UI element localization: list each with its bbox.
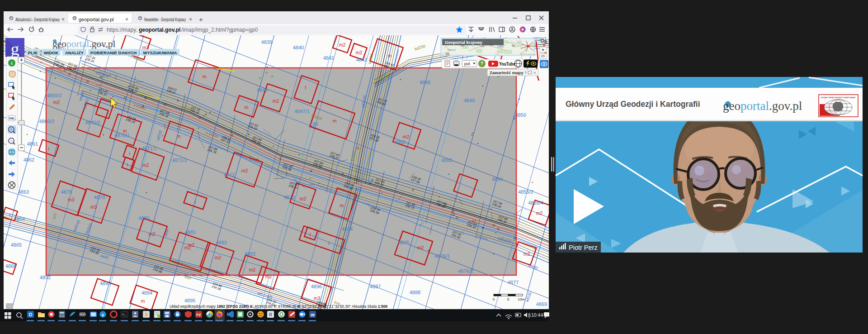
svg-text:4873: 4873 xyxy=(284,195,295,200)
svg-text:m2: m2 xyxy=(265,274,272,279)
svg-text:Q: Q xyxy=(279,311,283,318)
svg-text:m: m xyxy=(333,118,337,124)
svg-text:Siedlce: Siedlce xyxy=(497,46,504,48)
svg-text:g: g xyxy=(11,39,19,58)
svg-text:PLIK: PLIK xyxy=(28,50,38,55)
svg-text:Newsletter - Geoportal Krajowy: Newsletter - Geoportal Krajowy xyxy=(144,17,186,22)
svg-text:m2: m2 xyxy=(536,210,543,216)
svg-text:+: + xyxy=(20,57,23,62)
svg-text:4861: 4861 xyxy=(27,141,38,147)
svg-text:4841: 4841 xyxy=(323,55,334,61)
svg-text:4865: 4865 xyxy=(11,242,22,248)
svg-text:i: i xyxy=(127,162,128,167)
svg-text:Piotr Perz: Piotr Perz xyxy=(569,244,598,251)
svg-text:m2: m2 xyxy=(53,100,60,105)
svg-text:×: × xyxy=(61,16,65,23)
svg-text:4895: 4895 xyxy=(184,298,195,303)
svg-text:e: e xyxy=(102,312,104,317)
svg-text:4864: 4864 xyxy=(14,216,25,222)
svg-text:geoportal.gov.pl: geoportal.gov.pl xyxy=(79,17,113,22)
svg-text:10:44: 10:44 xyxy=(531,312,543,318)
svg-text:Kaluszyn: Kaluszyn xyxy=(448,49,456,51)
svg-text:4896: 4896 xyxy=(311,284,322,289)
svg-text:4840: 4840 xyxy=(293,45,304,50)
svg-text:m2: m2 xyxy=(273,98,279,104)
svg-text:m: m xyxy=(388,53,392,58)
svg-text:i: i xyxy=(11,60,12,66)
svg-text:4863: 4863 xyxy=(18,189,29,195)
svg-text:4852: 4852 xyxy=(395,139,406,145)
svg-text:m2: m2 xyxy=(524,251,530,257)
svg-text:m2: m2 xyxy=(241,168,248,173)
svg-text:*: * xyxy=(259,76,261,83)
svg-text:+: + xyxy=(10,127,12,132)
svg-text:4883: 4883 xyxy=(245,251,255,257)
svg-text:m: m xyxy=(203,74,207,79)
svg-text:i: i xyxy=(195,199,196,205)
svg-text:4846: 4846 xyxy=(257,87,268,93)
svg-text:Układ współrzędnych mapy 1992: Układ współrzędnych mapy 1992 (EPSG 2180… xyxy=(170,304,388,309)
svg-text:WYSZUKIWANIA: WYSZUKIWANIA xyxy=(143,50,177,55)
svg-text:m: m xyxy=(177,134,181,139)
svg-text:4887: 4887 xyxy=(370,284,381,289)
svg-text:FZ: FZ xyxy=(197,313,201,317)
svg-text:4870/1: 4870/1 xyxy=(114,133,130,138)
svg-text:m2: m2 xyxy=(403,134,410,139)
svg-text:m: m xyxy=(245,105,249,110)
svg-text:>_: >_ xyxy=(122,313,126,316)
svg-text:S: S xyxy=(145,312,148,317)
svg-text:188: 188 xyxy=(310,121,318,127)
svg-text:4875: 4875 xyxy=(398,240,409,245)
svg-text:+: + xyxy=(199,15,203,23)
svg-text:GŁÓWNY URZĄD GEODEZJI I KARTOG: GŁÓWNY URZĄD GEODEZJI I KARTOGRAFII xyxy=(821,96,856,99)
svg-text:i: i xyxy=(329,240,330,246)
svg-text:m2: m2 xyxy=(215,255,222,260)
svg-text:?: ? xyxy=(524,71,527,75)
svg-text:−: − xyxy=(10,138,12,143)
svg-text:https://mapy.: https://mapy. xyxy=(107,27,137,33)
svg-text:ANALIZY: ANALIZY xyxy=(65,50,84,55)
svg-text:4869: 4869 xyxy=(536,301,547,307)
svg-text:4893: 4893 xyxy=(100,281,111,286)
svg-text:4854: 4854 xyxy=(492,177,503,182)
svg-text:×: × xyxy=(125,16,128,23)
svg-text:10m: 10m xyxy=(518,297,525,301)
svg-text:t: t xyxy=(310,232,311,237)
svg-text:geoportal.gov.pl: geoportal.gov.pl xyxy=(52,38,116,49)
svg-text:*: * xyxy=(265,70,268,77)
svg-text:geoportal.gov.pl: geoportal.gov.pl xyxy=(723,99,802,113)
svg-text:4850: 4850 xyxy=(515,112,526,118)
svg-text:4866: 4866 xyxy=(5,263,16,269)
svg-text:t: t xyxy=(305,85,307,90)
svg-text:4871/2: 4871/2 xyxy=(172,157,187,163)
svg-text:×: × xyxy=(189,16,192,23)
svg-text:4876/2: 4876/2 xyxy=(458,268,473,274)
svg-text:m2: m2 xyxy=(142,162,149,168)
svg-text:m2: m2 xyxy=(249,267,256,272)
svg-text:*: * xyxy=(271,74,274,81)
svg-text:R: R xyxy=(269,312,273,317)
svg-text:m2: m2 xyxy=(188,242,195,248)
svg-text:i: i xyxy=(129,151,130,156)
svg-text:m3: m3 xyxy=(68,197,75,202)
svg-text:4871/1: 4871/1 xyxy=(142,146,157,151)
svg-text:4853: 4853 xyxy=(441,157,452,163)
svg-text:geoportal.gov.pl: geoportal.gov.pl xyxy=(139,27,180,33)
svg-text:O: O xyxy=(29,312,33,317)
svg-text:4847/1: 4847/1 xyxy=(294,109,310,114)
svg-text:m2: m2 xyxy=(356,50,363,55)
svg-text:m2: m2 xyxy=(417,245,424,250)
svg-text:4842: 4842 xyxy=(356,57,367,62)
svg-text:YouTube: YouTube xyxy=(499,61,515,67)
svg-text:4855/2: 4855/2 xyxy=(518,189,533,195)
svg-text:?: ? xyxy=(481,61,483,66)
svg-text:m2: m2 xyxy=(300,196,307,201)
svg-text:Zawartość mapy: Zawartość mapy xyxy=(490,70,524,75)
svg-text:4881: 4881 xyxy=(185,229,196,235)
svg-text:−: − xyxy=(20,144,23,151)
svg-text:m: m xyxy=(544,51,547,55)
svg-text:4839: 4839 xyxy=(261,39,272,45)
svg-text:×: × xyxy=(533,70,536,75)
svg-text:WIDOK: WIDOK xyxy=(44,50,59,55)
svg-text:/imap/Imgp_2.html?gpmap=gp0: /imap/Imgp_2.html?gpmap=gp0 xyxy=(181,27,258,33)
